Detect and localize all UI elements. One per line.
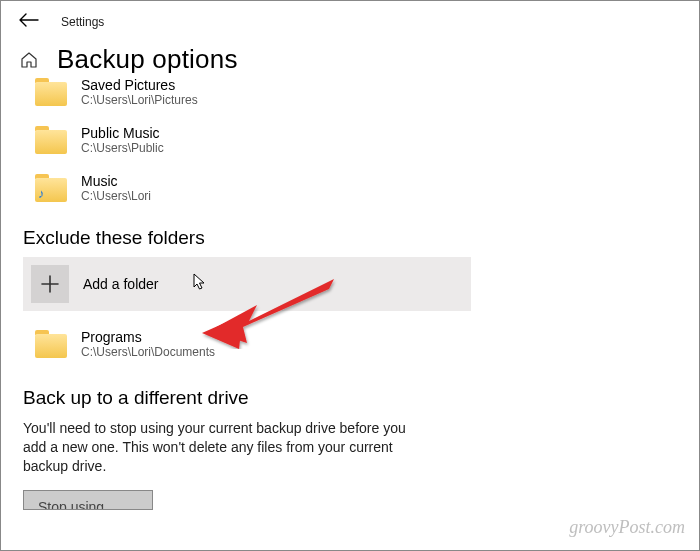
folder-path: C:\Users\Lori\Pictures: [81, 93, 198, 107]
folder-icon: [35, 78, 67, 106]
folder-item[interactable]: Saved Pictures C:\Users\Lori\Pictures: [19, 77, 681, 117]
folder-name: Music: [81, 173, 151, 189]
cursor-icon: [193, 273, 207, 294]
back-button[interactable]: [19, 11, 39, 32]
folder-item[interactable]: ♪ Music C:\Users\Lori: [19, 165, 681, 213]
home-icon[interactable]: [19, 50, 39, 70]
watermark: groovyPost.com: [569, 517, 685, 538]
folder-path: C:\Users\Lori\Documents: [81, 345, 215, 359]
folder-icon: [35, 126, 67, 154]
folder-name: Public Music: [81, 125, 164, 141]
different-drive-body: You'll need to stop using your current b…: [1, 417, 441, 476]
folder-path: C:\Users\Public: [81, 141, 164, 155]
folder-icon: [35, 330, 67, 358]
different-drive-heading: Back up to a different drive: [1, 369, 699, 417]
exclude-heading: Exclude these folders: [1, 213, 699, 257]
stop-using-drive-button[interactable]: Stop using drive: [23, 490, 153, 510]
settings-label: Settings: [61, 15, 104, 29]
folder-name: Programs: [81, 329, 215, 345]
music-folder-icon: ♪: [35, 174, 67, 202]
folder-path: C:\Users\Lori: [81, 189, 151, 203]
backup-folder-list: Saved Pictures C:\Users\Lori\Pictures Pu…: [1, 77, 699, 213]
add-folder-label: Add a folder: [83, 276, 159, 292]
exclude-folder-list: Programs C:\Users\Lori\Documents: [1, 311, 699, 369]
folder-name: Saved Pictures: [81, 77, 198, 93]
plus-icon: [31, 265, 69, 303]
folder-item[interactable]: Public Music C:\Users\Public: [19, 117, 681, 165]
folder-item[interactable]: Programs C:\Users\Lori\Documents: [19, 321, 681, 369]
page-title: Backup options: [57, 44, 238, 75]
add-folder-button[interactable]: Add a folder: [23, 257, 471, 311]
